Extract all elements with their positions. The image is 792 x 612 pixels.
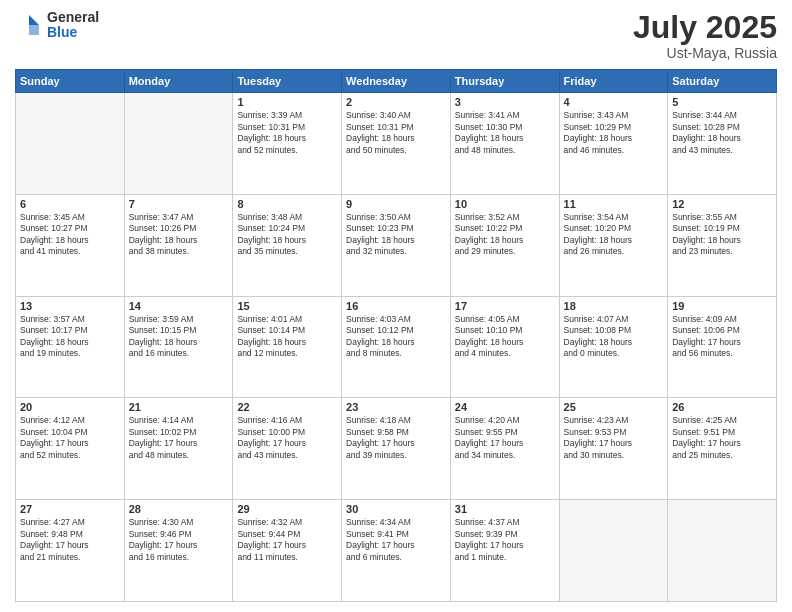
cell-content: Sunrise: 3:43 AM Sunset: 10:29 PM Daylig… [564, 110, 664, 156]
cell-content: Sunrise: 4:14 AM Sunset: 10:02 PM Daylig… [129, 415, 229, 461]
day-number: 31 [455, 503, 555, 515]
day-number: 27 [20, 503, 120, 515]
cell-content: Sunrise: 4:07 AM Sunset: 10:08 PM Daylig… [564, 314, 664, 360]
table-row: 24Sunrise: 4:20 AM Sunset: 9:55 PM Dayli… [450, 398, 559, 500]
day-number: 13 [20, 300, 120, 312]
logo-text: General Blue [47, 10, 99, 41]
table-row: 8Sunrise: 3:48 AM Sunset: 10:24 PM Dayli… [233, 194, 342, 296]
table-row: 6Sunrise: 3:45 AM Sunset: 10:27 PM Dayli… [16, 194, 125, 296]
day-number: 5 [672, 96, 772, 108]
cell-content: Sunrise: 3:55 AM Sunset: 10:19 PM Daylig… [672, 212, 772, 258]
cell-content: Sunrise: 3:48 AM Sunset: 10:24 PM Daylig… [237, 212, 337, 258]
cell-content: Sunrise: 3:41 AM Sunset: 10:30 PM Daylig… [455, 110, 555, 156]
header-thursday: Thursday [450, 70, 559, 93]
calendar-week-row: 13Sunrise: 3:57 AM Sunset: 10:17 PM Dayl… [16, 296, 777, 398]
cell-content: Sunrise: 4:18 AM Sunset: 9:58 PM Dayligh… [346, 415, 446, 461]
day-number: 29 [237, 503, 337, 515]
cell-content: Sunrise: 4:20 AM Sunset: 9:55 PM Dayligh… [455, 415, 555, 461]
table-row: 15Sunrise: 4:01 AM Sunset: 10:14 PM Dayl… [233, 296, 342, 398]
day-number: 17 [455, 300, 555, 312]
cell-content: Sunrise: 3:47 AM Sunset: 10:26 PM Daylig… [129, 212, 229, 258]
table-row: 13Sunrise: 3:57 AM Sunset: 10:17 PM Dayl… [16, 296, 125, 398]
day-number: 10 [455, 198, 555, 210]
cell-content: Sunrise: 3:44 AM Sunset: 10:28 PM Daylig… [672, 110, 772, 156]
cell-content: Sunrise: 4:12 AM Sunset: 10:04 PM Daylig… [20, 415, 120, 461]
day-number: 8 [237, 198, 337, 210]
logo-icon [15, 11, 43, 39]
table-row: 11Sunrise: 3:54 AM Sunset: 10:20 PM Dayl… [559, 194, 668, 296]
day-number: 21 [129, 401, 229, 413]
day-number: 12 [672, 198, 772, 210]
cell-content: Sunrise: 4:37 AM Sunset: 9:39 PM Dayligh… [455, 517, 555, 563]
header: General Blue July 2025 Ust-Maya, Russia [15, 10, 777, 61]
cell-content: Sunrise: 4:09 AM Sunset: 10:06 PM Daylig… [672, 314, 772, 360]
title-month: July 2025 [633, 10, 777, 45]
cell-content: Sunrise: 3:54 AM Sunset: 10:20 PM Daylig… [564, 212, 664, 258]
cell-content: Sunrise: 4:25 AM Sunset: 9:51 PM Dayligh… [672, 415, 772, 461]
header-saturday: Saturday [668, 70, 777, 93]
title-location: Ust-Maya, Russia [633, 45, 777, 61]
header-friday: Friday [559, 70, 668, 93]
table-row: 28Sunrise: 4:30 AM Sunset: 9:46 PM Dayli… [124, 500, 233, 602]
day-number: 19 [672, 300, 772, 312]
day-number: 7 [129, 198, 229, 210]
title-block: July 2025 Ust-Maya, Russia [633, 10, 777, 61]
page: General Blue July 2025 Ust-Maya, Russia … [0, 0, 792, 612]
cell-content: Sunrise: 4:34 AM Sunset: 9:41 PM Dayligh… [346, 517, 446, 563]
cell-content: Sunrise: 4:30 AM Sunset: 9:46 PM Dayligh… [129, 517, 229, 563]
cell-content: Sunrise: 4:32 AM Sunset: 9:44 PM Dayligh… [237, 517, 337, 563]
table-row: 9Sunrise: 3:50 AM Sunset: 10:23 PM Dayli… [342, 194, 451, 296]
table-row: 18Sunrise: 4:07 AM Sunset: 10:08 PM Dayl… [559, 296, 668, 398]
calendar-week-row: 1Sunrise: 3:39 AM Sunset: 10:31 PM Dayli… [16, 93, 777, 195]
cell-content: Sunrise: 3:45 AM Sunset: 10:27 PM Daylig… [20, 212, 120, 258]
day-number: 1 [237, 96, 337, 108]
header-monday: Monday [124, 70, 233, 93]
cell-content: Sunrise: 3:52 AM Sunset: 10:22 PM Daylig… [455, 212, 555, 258]
table-row: 27Sunrise: 4:27 AM Sunset: 9:48 PM Dayli… [16, 500, 125, 602]
table-row: 17Sunrise: 4:05 AM Sunset: 10:10 PM Dayl… [450, 296, 559, 398]
cell-content: Sunrise: 3:39 AM Sunset: 10:31 PM Daylig… [237, 110, 337, 156]
day-number: 11 [564, 198, 664, 210]
cell-content: Sunrise: 3:57 AM Sunset: 10:17 PM Daylig… [20, 314, 120, 360]
header-tuesday: Tuesday [233, 70, 342, 93]
day-number: 24 [455, 401, 555, 413]
day-number: 25 [564, 401, 664, 413]
day-number: 22 [237, 401, 337, 413]
table-row: 3Sunrise: 3:41 AM Sunset: 10:30 PM Dayli… [450, 93, 559, 195]
cell-content: Sunrise: 3:50 AM Sunset: 10:23 PM Daylig… [346, 212, 446, 258]
cell-content: Sunrise: 4:05 AM Sunset: 10:10 PM Daylig… [455, 314, 555, 360]
table-row: 21Sunrise: 4:14 AM Sunset: 10:02 PM Dayl… [124, 398, 233, 500]
day-number: 30 [346, 503, 446, 515]
table-row: 10Sunrise: 3:52 AM Sunset: 10:22 PM Dayl… [450, 194, 559, 296]
calendar-table: Sunday Monday Tuesday Wednesday Thursday… [15, 69, 777, 602]
table-row [124, 93, 233, 195]
cell-content: Sunrise: 4:23 AM Sunset: 9:53 PM Dayligh… [564, 415, 664, 461]
day-number: 23 [346, 401, 446, 413]
table-row: 30Sunrise: 4:34 AM Sunset: 9:41 PM Dayli… [342, 500, 451, 602]
table-row: 14Sunrise: 3:59 AM Sunset: 10:15 PM Dayl… [124, 296, 233, 398]
table-row: 22Sunrise: 4:16 AM Sunset: 10:00 PM Dayl… [233, 398, 342, 500]
logo-general-text: General [47, 10, 99, 25]
table-row: 1Sunrise: 3:39 AM Sunset: 10:31 PM Dayli… [233, 93, 342, 195]
table-row: 20Sunrise: 4:12 AM Sunset: 10:04 PM Dayl… [16, 398, 125, 500]
day-number: 14 [129, 300, 229, 312]
table-row: 16Sunrise: 4:03 AM Sunset: 10:12 PM Dayl… [342, 296, 451, 398]
header-sunday: Sunday [16, 70, 125, 93]
calendar-week-row: 20Sunrise: 4:12 AM Sunset: 10:04 PM Dayl… [16, 398, 777, 500]
table-row: 7Sunrise: 3:47 AM Sunset: 10:26 PM Dayli… [124, 194, 233, 296]
day-number: 26 [672, 401, 772, 413]
svg-marker-1 [29, 25, 39, 35]
cell-content: Sunrise: 4:01 AM Sunset: 10:14 PM Daylig… [237, 314, 337, 360]
cell-content: Sunrise: 3:40 AM Sunset: 10:31 PM Daylig… [346, 110, 446, 156]
cell-content: Sunrise: 4:16 AM Sunset: 10:00 PM Daylig… [237, 415, 337, 461]
table-row: 19Sunrise: 4:09 AM Sunset: 10:06 PM Dayl… [668, 296, 777, 398]
logo: General Blue [15, 10, 99, 41]
table-row [16, 93, 125, 195]
logo-blue-text: Blue [47, 25, 99, 40]
header-wednesday: Wednesday [342, 70, 451, 93]
day-number: 16 [346, 300, 446, 312]
day-number: 9 [346, 198, 446, 210]
day-number: 6 [20, 198, 120, 210]
day-number: 18 [564, 300, 664, 312]
cell-content: Sunrise: 4:27 AM Sunset: 9:48 PM Dayligh… [20, 517, 120, 563]
